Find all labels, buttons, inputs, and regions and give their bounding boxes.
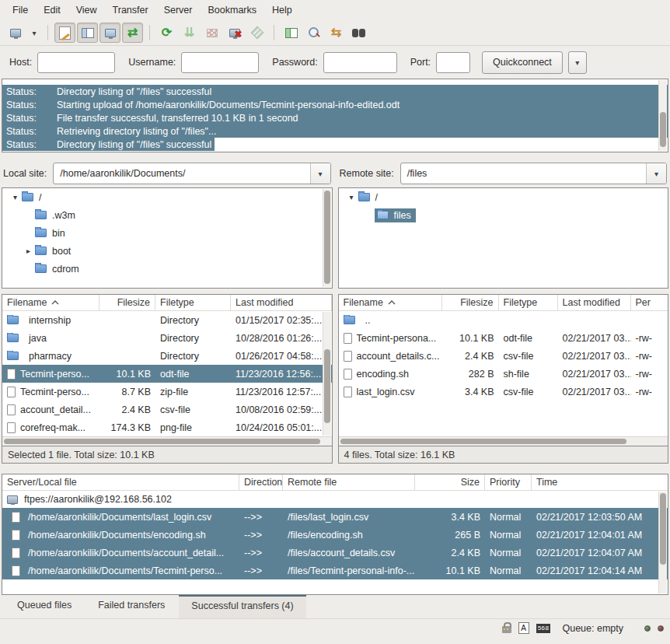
menu-file[interactable]: File: [5, 2, 36, 19]
file-row[interactable]: pharmacy Directory 01/26/2017 04:58:...: [2, 347, 332, 365]
local-list-hscrollbar[interactable]: [2, 436, 332, 446]
tab-queued-files[interactable]: Queued files: [5, 595, 84, 618]
expander-closed-icon[interactable]: ▸: [22, 247, 35, 255]
speed-limit-icon[interactable]: 568: [536, 624, 551, 633]
lock-icon[interactable]: [502, 626, 511, 633]
menu-transfer[interactable]: Transfer: [105, 2, 156, 19]
toggle-log-button[interactable]: [54, 23, 75, 43]
file-row[interactable]: Tecmint-persona... 10.1 KB odt-file 02/2…: [339, 329, 668, 347]
log-row[interactable]: Status: Directory listing of "/files" su…: [2, 85, 668, 98]
tree-item-root[interactable]: ▾ /: [2, 188, 332, 206]
column-header-modified[interactable]: Last modified: [558, 295, 631, 310]
filesize: 2.4 KB: [442, 351, 499, 362]
cancel-button[interactable]: [201, 23, 222, 43]
file-row[interactable]: internship Directory 01/15/2017 02:35:..…: [2, 311, 332, 329]
column-header-remote-file[interactable]: Remote file: [283, 474, 415, 490]
log-row[interactable]: Status: File transfer successful, transf…: [2, 111, 668, 124]
column-header-filename[interactable]: Filename: [339, 295, 442, 310]
filter-button[interactable]: [281, 23, 302, 43]
process-queue-button[interactable]: ⇊: [179, 23, 200, 43]
combo-dropdown-button[interactable]: ▾: [646, 163, 666, 184]
scrollbar-thumb[interactable]: [660, 112, 666, 148]
local-list-scrollbar[interactable]: [323, 312, 331, 436]
remote-list-hscrollbar[interactable]: [339, 436, 668, 446]
tree-item[interactable]: .w3m: [2, 206, 332, 224]
username-input[interactable]: [181, 52, 259, 73]
menu-help[interactable]: Help: [264, 2, 300, 19]
column-header-filesize[interactable]: Filesize: [99, 295, 155, 310]
column-header-permissions[interactable]: Per: [631, 295, 668, 310]
compare-button[interactable]: [303, 23, 324, 43]
log-row[interactable]: Status: Starting upload of /home/aaronki…: [2, 98, 668, 111]
tree-item[interactable]: cdrom: [2, 260, 332, 278]
column-header-filesize[interactable]: Filesize: [442, 295, 499, 310]
log-scrollbar[interactable]: [658, 80, 667, 151]
file-row[interactable]: java Directory 10/28/2016 01:26:...: [2, 329, 332, 347]
tab-failed-transfers[interactable]: Failed transfers: [85, 595, 177, 618]
disconnect-button[interactable]: ✖: [224, 23, 245, 43]
column-header-direction[interactable]: Direction: [239, 474, 283, 490]
queue-row[interactable]: /home/aaronkilik/Documents/account_detai…: [2, 544, 668, 562]
column-header-filename[interactable]: Filename: [2, 295, 99, 310]
toggle-queue-button[interactable]: ⇄: [122, 23, 143, 43]
toggle-remote-tree-button[interactable]: [99, 23, 120, 43]
find-files-button[interactable]: [348, 23, 369, 43]
site-manager-button[interactable]: [5, 23, 26, 43]
expander-open-icon[interactable]: ▾: [345, 193, 358, 201]
tree-item-selected[interactable]: files: [339, 206, 668, 224]
tab-successful-transfers[interactable]: Successful transfers (4): [179, 595, 305, 618]
file-row-selected[interactable]: Tecmint-perso... 10.1 KB odt-file 11/23/…: [2, 365, 332, 383]
transfer-type-indicator[interactable]: A: [518, 622, 529, 634]
host-input[interactable]: [37, 52, 115, 73]
local-tree-scrollbar[interactable]: [323, 189, 331, 287]
menu-server[interactable]: Server: [156, 2, 201, 19]
menu-bookmarks[interactable]: Bookmarks: [200, 2, 264, 19]
tree-item[interactable]: bin: [2, 224, 332, 242]
file-row[interactable]: encoding.sh 282 B sh-file 02/21/2017 03.…: [339, 365, 668, 383]
queue-scrollbar[interactable]: [658, 492, 667, 593]
log-row[interactable]: Status: Directory listing of "/files" su…: [2, 138, 668, 151]
log-row[interactable]: Status: Retrieving directory listing of …: [2, 124, 668, 138]
file-row[interactable]: corefreq-mak... 174.3 KB png-file 10/24/…: [2, 418, 332, 436]
scrollbar-thumb[interactable]: [4, 439, 320, 444]
file-row[interactable]: account_details.c... 2.4 KB csv-file 02/…: [339, 347, 668, 365]
remote-site-combo[interactable]: /files ▾: [400, 163, 667, 184]
column-header-priority[interactable]: Priority: [485, 474, 532, 490]
menu-edit[interactable]: Edit: [36, 2, 68, 19]
queue-row[interactable]: /home/aaronkilik/Documents/Tecmint-perso…: [2, 562, 668, 579]
quickconnect-button[interactable]: Quickconnect: [482, 51, 563, 74]
file-row[interactable]: last_login.csv 3.4 KB csv-file 02/21/201…: [339, 383, 668, 401]
scrollbar-thumb[interactable]: [660, 493, 666, 565]
file-row[interactable]: Tecmint-perso... 8.7 KB zip-file 11/23/2…: [2, 383, 332, 401]
reconnect-button[interactable]: [246, 23, 267, 43]
scrollbar-thumb[interactable]: [340, 439, 626, 444]
column-header-local-file[interactable]: Server/Local file: [2, 474, 239, 490]
column-header-time[interactable]: Time: [532, 474, 668, 490]
queue-server-row[interactable]: ftpes://aaronkilik@192.168.56.102: [2, 491, 668, 508]
file-row[interactable]: account_detail... 2.4 KB csv-file 10/08/…: [2, 401, 332, 418]
menu-view[interactable]: View: [68, 2, 105, 19]
quickconnect-dropdown[interactable]: ▾: [568, 51, 587, 74]
sync-browsing-button[interactable]: ⇆: [326, 23, 347, 43]
site-manager-dropdown[interactable]: ▾: [27, 23, 41, 43]
toggle-local-tree-button[interactable]: [77, 23, 98, 43]
refresh-button[interactable]: ⟳: [156, 23, 177, 43]
filter-icon: [285, 28, 298, 38]
expander-open-icon[interactable]: ▾: [9, 193, 22, 201]
tree-item-root[interactable]: ▾ /: [339, 188, 668, 206]
combo-dropdown-button[interactable]: ▾: [310, 163, 330, 184]
scrollbar-thumb[interactable]: [324, 349, 330, 423]
column-header-filetype[interactable]: Filetype: [499, 295, 558, 310]
password-input[interactable]: [323, 52, 397, 73]
column-label: Filetype: [504, 297, 538, 308]
column-header-modified[interactable]: Last modified: [231, 295, 332, 310]
parent-dir-row[interactable]: ..: [339, 311, 668, 329]
tree-item[interactable]: ▸ boot: [2, 242, 332, 260]
local-site-combo[interactable]: /home/aaronkilik/Documents/ ▾: [53, 163, 330, 184]
queue-row[interactable]: /home/aaronkilik/Documents/encoding.sh -…: [2, 526, 668, 544]
port-input[interactable]: [436, 52, 470, 73]
column-header-filetype[interactable]: Filetype: [155, 295, 231, 310]
scrollbar-thumb[interactable]: [324, 191, 330, 284]
column-header-size[interactable]: Size: [415, 474, 485, 490]
queue-row[interactable]: /home/aaronkilik/Documents/last_login.cs…: [2, 508, 668, 526]
